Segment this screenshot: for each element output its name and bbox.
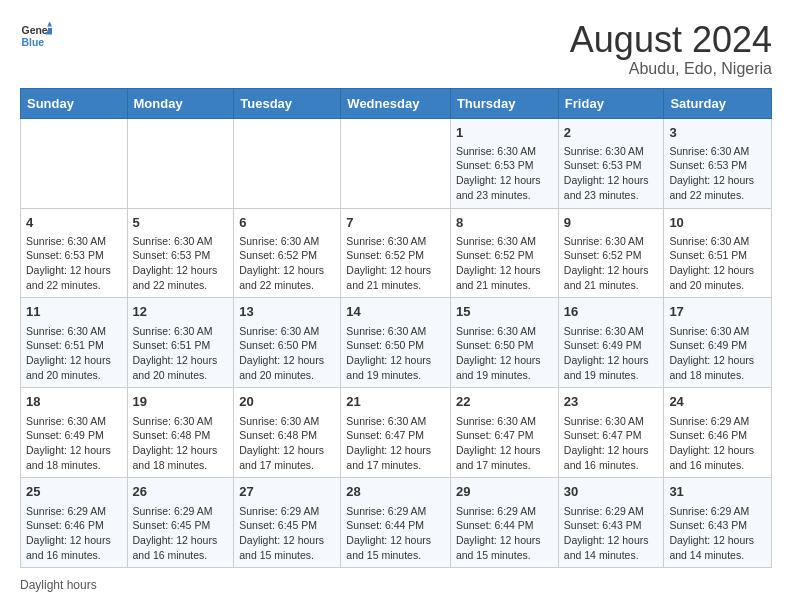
calendar-cell: 13Sunrise: 6:30 AMSunset: 6:50 PMDayligh… bbox=[234, 298, 341, 388]
day-number: 27 bbox=[239, 483, 335, 501]
day-of-week-header: Monday bbox=[127, 88, 234, 118]
generalblue-logo-icon: General Blue bbox=[20, 20, 52, 52]
calendar-cell: 23Sunrise: 6:30 AMSunset: 6:47 PMDayligh… bbox=[558, 388, 664, 478]
day-number: 8 bbox=[456, 214, 553, 232]
day-info: Sunrise: 6:30 AMSunset: 6:53 PMDaylight:… bbox=[133, 234, 229, 293]
day-info: Sunrise: 6:30 AMSunset: 6:52 PMDaylight:… bbox=[239, 234, 335, 293]
calendar-cell: 1Sunrise: 6:30 AMSunset: 6:53 PMDaylight… bbox=[450, 118, 558, 208]
day-info: Sunrise: 6:30 AMSunset: 6:49 PMDaylight:… bbox=[26, 414, 122, 473]
day-of-week-header: Saturday bbox=[664, 88, 772, 118]
day-number: 14 bbox=[346, 303, 445, 321]
day-info: Sunrise: 6:30 AMSunset: 6:49 PMDaylight:… bbox=[669, 324, 766, 383]
calendar-header: SundayMondayTuesdayWednesdayThursdayFrid… bbox=[21, 88, 772, 118]
day-info: Sunrise: 6:30 AMSunset: 6:49 PMDaylight:… bbox=[564, 324, 659, 383]
day-number: 9 bbox=[564, 214, 659, 232]
month-year: August 2024 bbox=[570, 20, 772, 60]
calendar-cell: 9Sunrise: 6:30 AMSunset: 6:52 PMDaylight… bbox=[558, 208, 664, 298]
calendar-cell: 3Sunrise: 6:30 AMSunset: 6:53 PMDaylight… bbox=[664, 118, 772, 208]
header-row: SundayMondayTuesdayWednesdayThursdayFrid… bbox=[21, 88, 772, 118]
day-info: Sunrise: 6:30 AMSunset: 6:53 PMDaylight:… bbox=[564, 144, 659, 203]
day-of-week-header: Tuesday bbox=[234, 88, 341, 118]
calendar-cell bbox=[341, 118, 451, 208]
day-number: 16 bbox=[564, 303, 659, 321]
calendar-week-row: 1Sunrise: 6:30 AMSunset: 6:53 PMDaylight… bbox=[21, 118, 772, 208]
day-info: Sunrise: 6:29 AMSunset: 6:43 PMDaylight:… bbox=[564, 504, 659, 563]
day-number: 23 bbox=[564, 393, 659, 411]
day-info: Sunrise: 6:30 AMSunset: 6:48 PMDaylight:… bbox=[239, 414, 335, 473]
day-number: 19 bbox=[133, 393, 229, 411]
calendar-cell: 29Sunrise: 6:29 AMSunset: 6:44 PMDayligh… bbox=[450, 478, 558, 568]
calendar-cell: 21Sunrise: 6:30 AMSunset: 6:47 PMDayligh… bbox=[341, 388, 451, 478]
day-info: Sunrise: 6:30 AMSunset: 6:53 PMDaylight:… bbox=[456, 144, 553, 203]
calendar-cell: 19Sunrise: 6:30 AMSunset: 6:48 PMDayligh… bbox=[127, 388, 234, 478]
day-info: Sunrise: 6:30 AMSunset: 6:51 PMDaylight:… bbox=[133, 324, 229, 383]
calendar-cell: 7Sunrise: 6:30 AMSunset: 6:52 PMDaylight… bbox=[341, 208, 451, 298]
day-number: 6 bbox=[239, 214, 335, 232]
day-number: 26 bbox=[133, 483, 229, 501]
day-number: 4 bbox=[26, 214, 122, 232]
calendar-cell: 12Sunrise: 6:30 AMSunset: 6:51 PMDayligh… bbox=[127, 298, 234, 388]
svg-marker-2 bbox=[47, 22, 52, 27]
calendar-cell: 31Sunrise: 6:29 AMSunset: 6:43 PMDayligh… bbox=[664, 478, 772, 568]
day-number: 7 bbox=[346, 214, 445, 232]
day-number: 30 bbox=[564, 483, 659, 501]
day-number: 20 bbox=[239, 393, 335, 411]
calendar-cell: 10Sunrise: 6:30 AMSunset: 6:51 PMDayligh… bbox=[664, 208, 772, 298]
day-info: Sunrise: 6:30 AMSunset: 6:52 PMDaylight:… bbox=[564, 234, 659, 293]
calendar-cell: 8Sunrise: 6:30 AMSunset: 6:52 PMDaylight… bbox=[450, 208, 558, 298]
day-info: Sunrise: 6:29 AMSunset: 6:46 PMDaylight:… bbox=[669, 414, 766, 473]
day-of-week-header: Thursday bbox=[450, 88, 558, 118]
day-number: 5 bbox=[133, 214, 229, 232]
calendar-cell: 14Sunrise: 6:30 AMSunset: 6:50 PMDayligh… bbox=[341, 298, 451, 388]
calendar-week-row: 18Sunrise: 6:30 AMSunset: 6:49 PMDayligh… bbox=[21, 388, 772, 478]
calendar-cell: 25Sunrise: 6:29 AMSunset: 6:46 PMDayligh… bbox=[21, 478, 128, 568]
day-info: Sunrise: 6:29 AMSunset: 6:43 PMDaylight:… bbox=[669, 504, 766, 563]
day-number: 12 bbox=[133, 303, 229, 321]
calendar-week-row: 25Sunrise: 6:29 AMSunset: 6:46 PMDayligh… bbox=[21, 478, 772, 568]
calendar-cell: 20Sunrise: 6:30 AMSunset: 6:48 PMDayligh… bbox=[234, 388, 341, 478]
calendar-table: SundayMondayTuesdayWednesdayThursdayFrid… bbox=[20, 88, 772, 569]
day-number: 31 bbox=[669, 483, 766, 501]
day-info: Sunrise: 6:29 AMSunset: 6:46 PMDaylight:… bbox=[26, 504, 122, 563]
svg-text:Blue: Blue bbox=[22, 37, 45, 48]
day-info: Sunrise: 6:29 AMSunset: 6:45 PMDaylight:… bbox=[133, 504, 229, 563]
day-info: Sunrise: 6:30 AMSunset: 6:51 PMDaylight:… bbox=[669, 234, 766, 293]
day-number: 25 bbox=[26, 483, 122, 501]
day-info: Sunrise: 6:29 AMSunset: 6:45 PMDaylight:… bbox=[239, 504, 335, 563]
day-number: 2 bbox=[564, 124, 659, 142]
footer: Daylight hours bbox=[20, 578, 772, 592]
calendar-body: 1Sunrise: 6:30 AMSunset: 6:53 PMDaylight… bbox=[21, 118, 772, 568]
day-info: Sunrise: 6:30 AMSunset: 6:51 PMDaylight:… bbox=[26, 324, 122, 383]
calendar-cell: 6Sunrise: 6:30 AMSunset: 6:52 PMDaylight… bbox=[234, 208, 341, 298]
calendar-cell: 26Sunrise: 6:29 AMSunset: 6:45 PMDayligh… bbox=[127, 478, 234, 568]
calendar-cell: 11Sunrise: 6:30 AMSunset: 6:51 PMDayligh… bbox=[21, 298, 128, 388]
day-info: Sunrise: 6:30 AMSunset: 6:50 PMDaylight:… bbox=[346, 324, 445, 383]
day-info: Sunrise: 6:29 AMSunset: 6:44 PMDaylight:… bbox=[456, 504, 553, 563]
page-header: General Blue August 2024 Abudu, Edo, Nig… bbox=[20, 20, 772, 78]
day-info: Sunrise: 6:29 AMSunset: 6:44 PMDaylight:… bbox=[346, 504, 445, 563]
calendar-week-row: 11Sunrise: 6:30 AMSunset: 6:51 PMDayligh… bbox=[21, 298, 772, 388]
calendar-cell: 16Sunrise: 6:30 AMSunset: 6:49 PMDayligh… bbox=[558, 298, 664, 388]
day-number: 13 bbox=[239, 303, 335, 321]
day-number: 18 bbox=[26, 393, 122, 411]
location: Abudu, Edo, Nigeria bbox=[570, 60, 772, 78]
day-number: 28 bbox=[346, 483, 445, 501]
calendar-cell: 28Sunrise: 6:29 AMSunset: 6:44 PMDayligh… bbox=[341, 478, 451, 568]
day-info: Sunrise: 6:30 AMSunset: 6:47 PMDaylight:… bbox=[456, 414, 553, 473]
day-of-week-header: Wednesday bbox=[341, 88, 451, 118]
calendar-cell: 2Sunrise: 6:30 AMSunset: 6:53 PMDaylight… bbox=[558, 118, 664, 208]
day-info: Sunrise: 6:30 AMSunset: 6:53 PMDaylight:… bbox=[669, 144, 766, 203]
day-of-week-header: Friday bbox=[558, 88, 664, 118]
calendar-cell: 15Sunrise: 6:30 AMSunset: 6:50 PMDayligh… bbox=[450, 298, 558, 388]
calendar-cell: 30Sunrise: 6:29 AMSunset: 6:43 PMDayligh… bbox=[558, 478, 664, 568]
day-number: 10 bbox=[669, 214, 766, 232]
day-info: Sunrise: 6:30 AMSunset: 6:50 PMDaylight:… bbox=[239, 324, 335, 383]
day-info: Sunrise: 6:30 AMSunset: 6:52 PMDaylight:… bbox=[456, 234, 553, 293]
calendar-cell bbox=[234, 118, 341, 208]
day-number: 17 bbox=[669, 303, 766, 321]
day-number: 22 bbox=[456, 393, 553, 411]
calendar-cell: 4Sunrise: 6:30 AMSunset: 6:53 PMDaylight… bbox=[21, 208, 128, 298]
calendar-cell: 18Sunrise: 6:30 AMSunset: 6:49 PMDayligh… bbox=[21, 388, 128, 478]
day-info: Sunrise: 6:30 AMSunset: 6:53 PMDaylight:… bbox=[26, 234, 122, 293]
calendar-cell bbox=[21, 118, 128, 208]
